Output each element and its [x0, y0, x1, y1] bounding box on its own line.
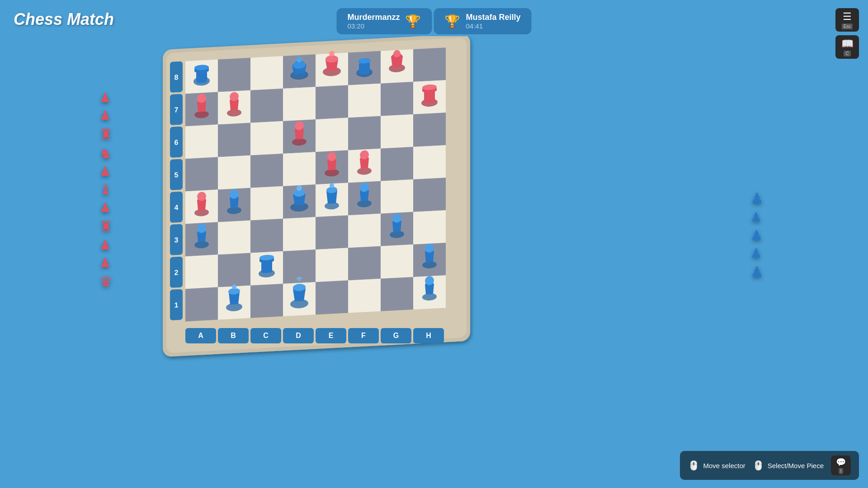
svg-rect-15	[348, 84, 381, 118]
players-header: Murdermanzz 03:20 🏆 🏆 Mustafa Reilly 04:…	[336, 8, 531, 34]
captured-piece-red-10: ♟	[99, 255, 127, 270]
svg-rect-20	[250, 121, 283, 155]
svg-rect-25	[413, 113, 446, 147]
svg-rect-4	[250, 56, 283, 90]
svg-rect-9	[413, 47, 446, 82]
captured-piece-red-7: ♟	[99, 200, 127, 215]
svg-rect-62	[316, 281, 348, 315]
svg-text:F: F	[361, 332, 366, 339]
svg-text:A: A	[198, 332, 203, 339]
svg-rect-29	[283, 152, 316, 186]
menu-icon: ☰	[843, 11, 852, 23]
bottom-hint-bar: 🖱️ Move selector 🖱️ Select/Move Piece 💬 …	[680, 451, 859, 480]
svg-rect-18	[185, 125, 218, 159]
svg-text:D: D	[296, 332, 301, 339]
svg-text:G: G	[393, 332, 399, 339]
captured-blue-pieces: ♟ ♟ ♟ ♟ ♟	[750, 190, 778, 281]
menu-button[interactable]: ☰ Esc	[835, 8, 859, 32]
svg-rect-46	[316, 216, 348, 250]
c-key-label: C	[844, 51, 850, 56]
svg-rect-45	[283, 217, 316, 251]
captured-piece-red-5: ♟	[99, 164, 127, 179]
captured-red-pieces: ♟ ♟ ♜ ♞ ♟ ♝ ♟ ♜ ♟ ♟ ♛	[99, 90, 127, 294]
svg-rect-40	[381, 179, 413, 214]
svg-text:4: 4	[175, 203, 179, 211]
book-icon: 📖	[841, 38, 854, 50]
svg-rect-28	[250, 154, 283, 188]
svg-rect-51	[218, 253, 250, 287]
captured-piece-red-2: ♟	[99, 108, 127, 123]
svg-rect-32	[381, 147, 413, 181]
hint-select-move-piece: 🖱️ Select/Move Piece	[753, 460, 824, 471]
svg-rect-58	[185, 287, 218, 322]
svg-rect-19	[218, 123, 250, 157]
svg-rect-64	[381, 277, 413, 311]
svg-rect-41	[413, 178, 446, 212]
svg-text:8: 8	[175, 73, 179, 81]
svg-rect-27	[218, 155, 250, 190]
captured-piece-red-3: ♜	[99, 126, 127, 143]
player-trophy-right: 🏆	[444, 14, 460, 29]
svg-rect-16	[381, 82, 413, 116]
svg-line-150	[297, 278, 302, 279]
captured-piece-red-8: ♜	[99, 218, 127, 235]
i-key-label: I	[839, 468, 844, 474]
svg-rect-14	[316, 85, 348, 120]
player-time-left: 03:20	[347, 22, 364, 30]
svg-rect-23	[348, 116, 381, 150]
svg-text:2: 2	[175, 268, 179, 276]
svg-rect-49	[413, 210, 446, 244]
svg-text:H: H	[426, 332, 431, 339]
player-trophy-left: 🏆	[405, 14, 421, 29]
svg-rect-3	[218, 58, 250, 92]
svg-rect-50	[185, 255, 218, 289]
captured-piece-red-6: ♝	[99, 182, 127, 197]
svg-rect-43	[218, 221, 250, 255]
captured-piece-blue-5: ♟	[750, 263, 778, 281]
captured-piece-blue-3: ♟	[750, 227, 778, 243]
svg-text:B: B	[231, 332, 236, 339]
svg-text:1: 1	[175, 301, 179, 309]
svg-rect-13	[283, 87, 316, 121]
captured-piece-red-1: ♟	[99, 90, 127, 105]
captured-piece-red-4: ♞	[99, 145, 127, 161]
svg-rect-63	[348, 279, 381, 313]
svg-rect-36	[250, 186, 283, 221]
svg-text:3: 3	[175, 236, 179, 244]
svg-rect-56	[381, 244, 413, 279]
player-name-right: Mustafa Reilly	[466, 13, 520, 22]
svg-rect-22	[316, 118, 348, 152]
hint-move-selector: 🖱️ Move selector	[688, 460, 745, 471]
right-buttons: ☰ Esc 📖 C	[835, 8, 859, 59]
svg-text:C: C	[263, 332, 269, 339]
player-name-left: Murdermanzz	[347, 13, 400, 22]
player-info-left: Murdermanzz 03:20	[347, 13, 400, 30]
hint-move-selector-text: Move selector	[703, 462, 745, 469]
captured-piece-red-9: ♟	[99, 238, 127, 253]
player-panel-left: Murdermanzz 03:20 🏆	[336, 8, 432, 34]
svg-rect-60	[250, 284, 283, 318]
player-info-right: Mustafa Reilly 04:41	[466, 13, 520, 30]
svg-rect-26	[185, 157, 218, 192]
player-panel-right: 🏆 Mustafa Reilly 04:41	[434, 8, 531, 34]
esc-key-label: Esc	[842, 23, 853, 29]
svg-rect-54	[316, 248, 348, 282]
book-button[interactable]: 📖 C	[835, 35, 859, 59]
chat-button[interactable]: 💬 I	[831, 455, 851, 475]
chess-board-svg: 8 7 6 5 4 3 2 1 A B C D E F G H	[136, 36, 497, 375]
svg-text:E: E	[329, 332, 334, 339]
captured-piece-blue-4: ♟	[750, 246, 778, 261]
game-title: Chess Match	[14, 10, 114, 29]
svg-rect-12	[250, 89, 283, 123]
svg-rect-47	[348, 214, 381, 248]
svg-rect-55	[348, 246, 381, 281]
captured-piece-red-11: ♛	[99, 273, 127, 290]
svg-text:5: 5	[175, 171, 179, 178]
svg-text:6: 6	[175, 138, 179, 146]
captured-piece-blue-1: ♟	[750, 190, 778, 207]
hint-select-move-piece-text: Select/Move Piece	[768, 462, 824, 469]
mouse-right-icon: 🖱️	[753, 460, 764, 471]
mouse-left-icon: 🖱️	[688, 460, 699, 471]
svg-rect-44	[250, 219, 283, 253]
svg-rect-33	[413, 145, 446, 179]
